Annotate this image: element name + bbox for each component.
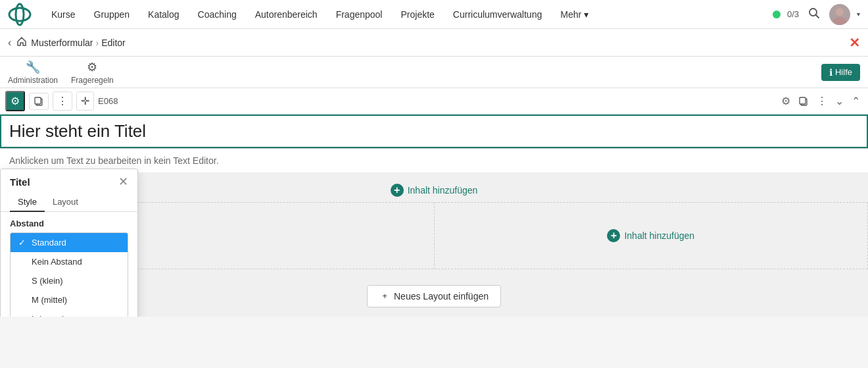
add-content-top-button[interactable]: + Inhalt hinzufügen (391, 184, 478, 197)
popup-body: Abstand ✓StandardKein AbstandS (klein)M … (1, 212, 137, 317)
search-icon[interactable] (806, 5, 823, 24)
popup-header: Titel ✕ (1, 169, 137, 188)
plus-circle-col2-icon: + (607, 229, 620, 242)
more-tool-button[interactable]: ⋮ (53, 92, 72, 111)
popup-tab-style[interactable]: Style (10, 193, 45, 212)
dropdown-list: ✓StandardKein AbstandS (klein)M (mittel)… (10, 232, 128, 317)
popup-title: Titel (10, 176, 30, 188)
svg-rect-9 (800, 97, 806, 104)
question-toolbar: ⚙ ⋮ ✛ E068 ⚙ ⋮ ⌄ ⌃ (0, 88, 868, 115)
wrench-icon: 🔧 (26, 60, 40, 74)
dropdown-item-standard[interactable]: ✓Standard (11, 233, 128, 252)
layout-col-2: + Inhalt hinzufügen (435, 203, 868, 269)
nav-link-coaching[interactable]: Coaching (189, 0, 246, 29)
popup-panel: Titel ✕ StyleLayout Abstand ✓StandardKei… (0, 169, 138, 317)
breadcrumb-bar: ‹ Musterformular › Editor ✕ (0, 29, 868, 57)
svg-line-3 (816, 15, 819, 18)
avatar-caret[interactable]: ▾ (857, 11, 860, 18)
new-layout-plus-icon: + (379, 291, 390, 302)
help-button[interactable]: ℹ Hilfe (821, 64, 860, 81)
plus-circle-icon: + (391, 184, 404, 197)
help-circle-icon: ℹ (829, 67, 832, 78)
new-layout-button[interactable]: + Neues Layout einfügen (367, 285, 501, 307)
nav-right: 0/3 ▾ (773, 4, 860, 25)
avatar[interactable] (829, 4, 850, 25)
add-content-col2-button[interactable]: + Inhalt hinzufügen (607, 229, 694, 242)
expand-down-icon[interactable]: ⌄ (832, 92, 846, 110)
title-input-row (0, 115, 868, 149)
breadcrumb-separator: › (95, 38, 99, 48)
nav-link-autorenbereich[interactable]: Autorenbereich (246, 0, 327, 29)
popup-tabs: StyleLayout (1, 193, 137, 212)
nav-link-projekte[interactable]: Projekte (391, 0, 443, 29)
breadcrumb-back-button[interactable]: ‹ (8, 37, 11, 49)
dropdown-item-kein-abstand[interactable]: Kein Abstand (11, 252, 128, 271)
question-id: E068 (98, 96, 775, 106)
copy-right-icon[interactable] (796, 93, 811, 109)
more-right-icon[interactable]: ⋮ (814, 92, 830, 110)
nav-links: KurseGruppenKatalogCoachingAutorenbereic… (42, 0, 773, 29)
breadcrumb-close-button[interactable]: ✕ (849, 35, 860, 51)
add-content-top-label: Inhalt hinzufügen (408, 185, 478, 196)
drag-tool-button[interactable]: ✛ (76, 92, 94, 111)
svg-point-5 (832, 17, 847, 25)
breadcrumb-parent[interactable]: Musterformular (31, 38, 93, 48)
nav-link-kurse[interactable]: Kurse (42, 0, 85, 29)
title-input[interactable] (0, 115, 868, 148)
top-navigation: KurseGruppenKatalogCoachingAutorenbereic… (0, 0, 868, 29)
add-content-col2-label: Inhalt hinzufügen (624, 230, 694, 241)
nav-link-mehr[interactable]: Mehr ▾ (551, 0, 598, 29)
content-wrapper: Anklicken um Text zu bearbeiten in kein … (0, 149, 868, 317)
question-id-prefix: E (98, 96, 104, 106)
administration-label: Administration (8, 76, 58, 85)
popup-tab-layout[interactable]: Layout (45, 193, 86, 212)
breadcrumb-home-button[interactable] (16, 36, 27, 49)
popup-section-label: Abstand (10, 219, 128, 228)
dropdown-item-m-(mittel)[interactable]: M (mittel) (11, 290, 128, 309)
qtool-right-group: ⚙ ⋮ ⌄ ⌃ (779, 92, 863, 110)
breadcrumb-current: Editor (101, 38, 126, 48)
nav-link-gruppen[interactable]: Gruppen (85, 0, 139, 29)
status-dot (773, 11, 781, 18)
settings-right-icon[interactable]: ⚙ (779, 92, 793, 110)
popup-overlay: Titel ✕ StyleLayout Abstand ✓StandardKei… (0, 169, 138, 317)
settings-tool-button[interactable]: ⚙ (5, 91, 25, 111)
frageregeln-toolbar-item[interactable]: ⚙ Frageregeln (71, 60, 114, 85)
logo[interactable] (8, 3, 32, 26)
administration-toolbar-item[interactable]: 🔧 Administration (8, 60, 58, 85)
nav-link-fragenpool[interactable]: Fragenpool (327, 0, 392, 29)
dropdown-item-l-(gross)[interactable]: L (gross) (11, 309, 128, 317)
svg-point-0 (9, 8, 30, 21)
frageregeln-label: Frageregeln (71, 76, 114, 85)
popup-close-button[interactable]: ✕ (118, 176, 128, 188)
expand-up-icon[interactable]: ⌃ (849, 92, 863, 110)
editor-area: ⚙ ⋮ ✛ E068 ⚙ ⋮ ⌄ ⌃ Anklicken um Text zu … (0, 88, 868, 317)
svg-rect-7 (35, 97, 41, 104)
status-badge: 0/3 (787, 9, 799, 19)
frageregeln-icon: ⚙ (87, 60, 97, 74)
svg-point-4 (836, 8, 844, 16)
dropdown-item-s-(klein)[interactable]: S (klein) (11, 271, 128, 290)
copy-tool-button[interactable] (29, 93, 49, 110)
toolbar-bar: 🔧 Administration ⚙ Frageregeln ℹ Hilfe (0, 57, 868, 88)
nav-link-katalog[interactable]: Katalog (139, 0, 188, 29)
new-layout-label: Neues Layout einfügen (394, 291, 489, 302)
nav-link-curriculumverwaltung[interactable]: Curriculumverwaltung (444, 0, 551, 29)
